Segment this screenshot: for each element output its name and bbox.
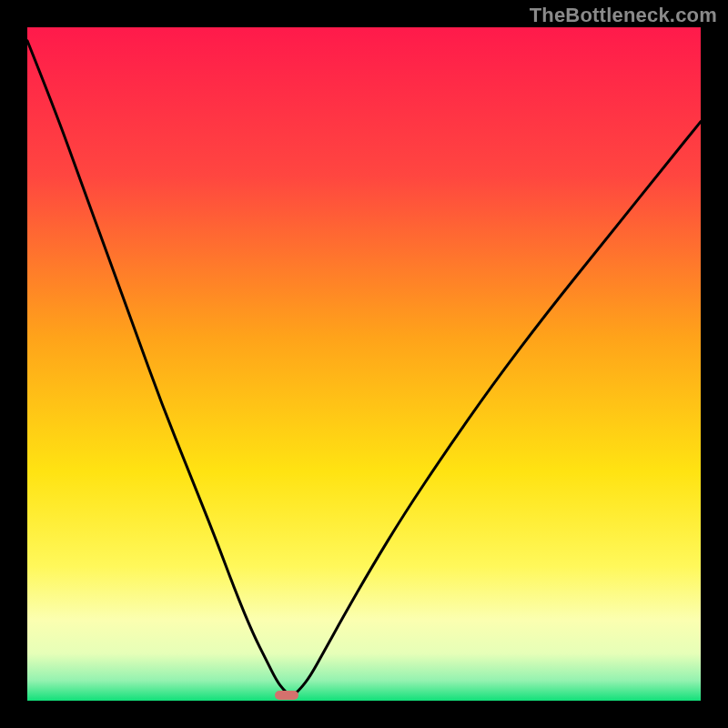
minimum-marker: [275, 691, 299, 700]
background-gradient: [27, 27, 701, 701]
watermark-text: TheBottleneck.com: [530, 4, 717, 27]
chart-frame: TheBottleneck.com: [0, 0, 728, 728]
plot-area: [27, 27, 701, 701]
